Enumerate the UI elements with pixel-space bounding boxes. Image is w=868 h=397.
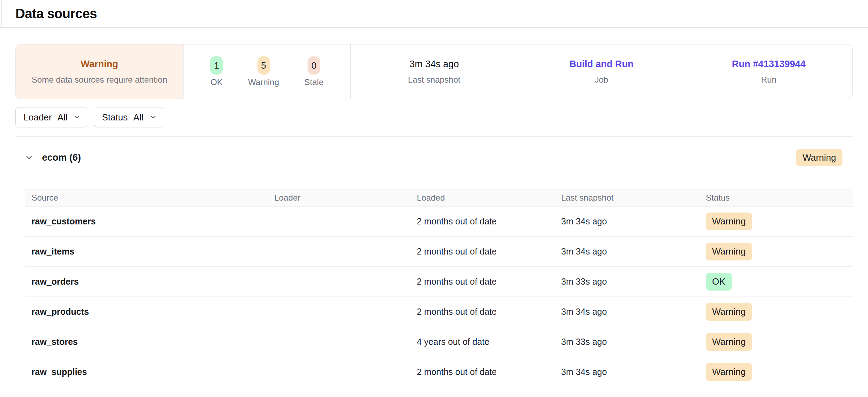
table-row[interactable]: raw_products 2 months out of date 3m 34s… xyxy=(25,297,853,327)
status-count: 0 Stale xyxy=(304,56,324,87)
cell-loaded: 2 months out of date xyxy=(411,307,555,317)
cell-source: raw_products xyxy=(25,307,268,317)
cell-last-snapshot: 3m 34s ago xyxy=(555,307,700,317)
section-header-ecom[interactable]: ecom (6) Warning xyxy=(15,147,853,168)
status-count-badge: 1 xyxy=(210,56,223,75)
status-count: 5 Warning xyxy=(248,56,279,87)
status-badge: OK xyxy=(706,273,732,291)
job-card: Build and Run Job xyxy=(518,44,685,99)
status-badge: Warning xyxy=(706,213,752,230)
status-count: 1 OK xyxy=(210,56,223,87)
cell-source: raw_customers xyxy=(25,216,268,227)
table-row[interactable]: raw_customers 2 months out of date 3m 34… xyxy=(25,207,853,237)
cell-source: raw_items xyxy=(25,246,268,257)
status-count-badge: 5 xyxy=(257,56,270,75)
table-header-row: Source Loader Loaded Last snapshot Statu… xyxy=(25,189,853,207)
cell-loaded: 2 months out of date xyxy=(411,216,555,227)
last-snapshot-label: Last snapshot xyxy=(408,75,460,85)
cell-loaded: 2 months out of date xyxy=(411,367,555,377)
cell-loaded: 2 months out of date xyxy=(411,246,555,257)
run-card: Run #413139944 Run xyxy=(685,44,852,99)
section-status-badge: Warning xyxy=(796,149,842,167)
cell-loaded: 4 years out of date xyxy=(411,337,555,347)
filter-value: All xyxy=(57,112,68,123)
status-badge: Warning xyxy=(706,243,752,260)
column-header-status: Status xyxy=(700,193,853,203)
column-header-last-snapshot: Last snapshot xyxy=(555,193,700,203)
run-link[interactable]: Run #413139944 xyxy=(732,59,806,70)
cell-source: raw_stores xyxy=(25,337,268,347)
table-row[interactable]: raw_items 2 months out of date 3m 34s ag… xyxy=(25,237,853,267)
status-counts-card: 1 OK 5 Warning 0 Stale xyxy=(183,44,351,99)
cell-source: raw_supplies xyxy=(25,367,268,377)
cell-status: Warning xyxy=(700,333,853,351)
job-link[interactable]: Build and Run xyxy=(570,59,634,70)
cell-last-snapshot: 3m 34s ago xyxy=(555,246,700,257)
status-badge: Warning xyxy=(706,303,752,321)
run-label: Run xyxy=(761,75,777,85)
cell-loaded: 2 months out of date xyxy=(411,277,555,287)
status-badge: Warning xyxy=(706,333,752,351)
filter-value: All xyxy=(133,112,144,123)
cell-status: Warning xyxy=(700,243,853,260)
data-sources-table: Source Loader Loaded Last snapshot Statu… xyxy=(25,189,853,387)
cell-status: Warning xyxy=(700,213,853,230)
cell-source: raw_orders xyxy=(25,277,268,287)
table-body: raw_customers 2 months out of date 3m 34… xyxy=(25,207,853,387)
filter-name: Loader xyxy=(23,112,52,123)
section-title: ecom (6) xyxy=(42,152,81,163)
status-badge: Warning xyxy=(706,363,752,381)
sidebar-edge-divider xyxy=(1,0,2,28)
chevron-down-icon xyxy=(73,113,81,121)
cell-last-snapshot: 3m 33s ago xyxy=(555,337,700,347)
column-header-source: Source xyxy=(25,193,268,203)
filter-name: Status xyxy=(102,112,128,123)
overall-status-subtitle: Some data sources require attention xyxy=(32,75,167,85)
last-snapshot-value: 3m 34s ago xyxy=(409,59,459,70)
status-count-label: Warning xyxy=(248,77,279,87)
filters-divider xyxy=(15,136,853,137)
status-count-label: Stale xyxy=(304,77,324,87)
table-row[interactable]: raw_orders 2 months out of date 3m 33s a… xyxy=(25,267,853,297)
data-sources-page: Warning Some data sources require attent… xyxy=(0,44,868,387)
table-row[interactable]: raw_supplies 2 months out of date 3m 34s… xyxy=(25,357,853,387)
column-header-loaded: Loaded xyxy=(411,193,555,203)
cell-status: OK xyxy=(700,273,853,291)
filter-dropdown-status[interactable]: Status All xyxy=(94,107,164,127)
page-header: Data sources xyxy=(0,0,868,28)
cell-last-snapshot: 3m 33s ago xyxy=(555,277,700,287)
column-header-loader: Loader xyxy=(268,193,411,203)
filter-dropdown-loader[interactable]: Loader All xyxy=(15,107,88,127)
page-title: Data sources xyxy=(15,6,97,21)
cell-status: Warning xyxy=(700,363,853,381)
cell-last-snapshot: 3m 34s ago xyxy=(555,216,700,227)
overall-status-title: Warning xyxy=(81,59,118,70)
table-row[interactable]: raw_stores 4 years out of date 3m 33s ag… xyxy=(25,327,853,357)
job-label: Job xyxy=(595,75,608,85)
chevron-down-icon xyxy=(149,113,157,121)
overall-status-card: Warning Some data sources require attent… xyxy=(16,44,183,99)
summary-bar: Warning Some data sources require attent… xyxy=(15,44,853,99)
status-count-badge: 0 xyxy=(308,56,320,75)
status-count-label: OK xyxy=(211,77,223,87)
filter-bar: Loader All Status All xyxy=(15,107,853,127)
last-snapshot-card: 3m 34s ago Last snapshot xyxy=(350,44,518,99)
cell-last-snapshot: 3m 34s ago xyxy=(555,367,700,377)
chevron-down-icon[interactable] xyxy=(25,153,34,162)
cell-status: Warning xyxy=(700,303,853,321)
